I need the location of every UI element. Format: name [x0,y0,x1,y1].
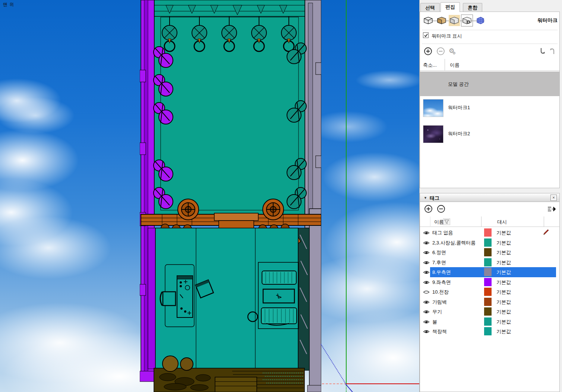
visibility-eye-icon[interactable] [423,270,430,276]
tag-name: 무기 [432,309,482,315]
tag-row[interactable]: 태그 없음기본값 [420,228,559,238]
tag-color-swatch[interactable] [484,228,492,237]
tab-mix[interactable]: 혼합 [463,3,482,12]
visibility-eye-icon[interactable] [423,309,430,316]
tag-row[interactable]: 2,3.사장실,콜렉터룸기본값 [420,238,559,248]
tag-name: 2,3.사장실,콜렉터룸 [432,240,482,246]
viewport-canvas[interactable]: 맨 위 [0,0,419,392]
tag-name: 7.후면 [432,259,482,266]
visibility-eye-icon[interactable] [423,260,430,266]
tag-row[interactable]: 무기기본값 [420,307,559,317]
model-top-view [140,0,321,392]
model-space-label: 모델 공간 [448,81,469,88]
tag-color-swatch[interactable] [484,288,492,296]
move-down-arrow-icon[interactable] [540,48,545,54]
tag-dash-value[interactable]: 기본값 [496,230,511,236]
collapse-caret-icon[interactable]: ▼ [424,196,427,200]
watermark-name: 워터마크2 [448,130,470,137]
tags-title: 태그 [430,195,439,202]
edge-settings-icon[interactable] [423,15,434,26]
add-watermark-button[interactable] [424,47,432,55]
edit-pencil-icon[interactable] [543,229,549,237]
column-name[interactable]: 이름 [450,62,460,69]
background-settings-icon[interactable] [449,15,460,26]
tag-dash-value[interactable]: 기본값 [496,299,511,306]
visibility-eye-icon[interactable] [423,319,430,326]
section-title: 워터마크 [537,17,558,24]
tag-row[interactable]: 책장책기본값 [420,326,559,336]
tag-name: 8.우측면 [432,269,482,276]
tab-select[interactable]: 선택 [420,3,440,12]
watermark-item[interactable]: 워터마크2 [420,124,559,150]
tag-dash-value[interactable]: 기본값 [496,269,511,276]
tag-color-swatch[interactable] [484,268,492,276]
tag-name: 태그 없음 [432,230,482,236]
tag-row[interactable]: 8.우측면기본값 [420,267,559,277]
tag-color-swatch[interactable] [484,248,492,256]
tag-row[interactable]: 불기본값 [420,317,559,327]
tags-panel-header[interactable]: ▼ 태그 × [420,193,559,202]
face-settings-icon[interactable] [436,15,447,26]
modeling-settings-icon[interactable] [475,15,486,26]
tag-color-swatch[interactable] [484,317,492,326]
tag-color-swatch[interactable] [484,278,492,286]
watermark-settings-icon[interactable] [461,15,473,26]
tag-dash-value[interactable]: 기본값 [496,289,511,295]
visibility-eye-icon[interactable] [423,240,430,247]
tag-dash-value[interactable]: 기본값 [496,309,511,315]
visibility-eye-icon[interactable] [423,230,430,237]
tag-name: 10.천장 [432,289,482,295]
tag-name: 책장책 [432,328,482,335]
column-tag-name[interactable]: 이름 [434,219,444,225]
tag-dash-value[interactable]: 기본값 [496,259,511,266]
tag-color-swatch[interactable] [484,327,492,335]
tag-row[interactable]: 6.정면기본값 [420,247,559,257]
show-watermark-label: 워터마크 표시 [432,33,462,39]
remove-tag-button[interactable] [437,205,445,213]
tag-row[interactable]: 10.천장기본값 [420,287,559,297]
watermark-thumbnail[interactable] [423,125,443,143]
tag-row[interactable]: 가림벽기본값 [420,297,559,307]
view-name-label: 맨 위 [3,1,14,8]
tag-name: 6.정면 [432,249,482,256]
tag-dash-value[interactable]: 기본값 [496,249,511,256]
tag-color-swatch[interactable] [484,238,492,247]
visibility-eye-closed-icon[interactable] [423,290,430,296]
watermark-settings-gear-icon[interactable]: ⚙⚙ [449,47,458,55]
tag-row[interactable]: 9.좌측면기본값 [420,277,559,287]
tags-panel: ▼ 태그 × 이름 대시 태그 없음기본값2,3.사장실,콜렉터룸기 [420,193,560,392]
tag-color-swatch[interactable] [484,258,492,266]
visibility-eye-icon[interactable] [423,280,430,286]
watermark-item[interactable]: 워터마크1 [420,98,559,124]
show-watermark-checkbox[interactable] [423,32,429,38]
tag-dash-value[interactable]: 기본값 [496,328,511,335]
tab-edit[interactable]: 편집 [441,2,460,12]
column-tag-dash[interactable]: 대시 [497,219,507,225]
watermark-name: 워터마크1 [448,104,470,111]
tag-color-swatch[interactable] [484,307,492,316]
tag-name: 가림벽 [432,299,482,306]
model-space-row[interactable]: 모델 공간 [420,72,559,96]
tag-name: 9.좌측면 [432,279,482,286]
visibility-eye-icon[interactable] [423,250,430,256]
axis-red [346,383,419,384]
close-icon[interactable]: × [550,195,557,201]
axis-blue-dotted [321,344,346,384]
tag-row[interactable]: 7.후면기본값 [420,257,559,268]
tag-color-swatch[interactable] [484,298,492,306]
tag-list-header: 이름 대시 [420,216,559,227]
tag-dash-value[interactable]: 기본값 [496,240,511,246]
tag-details-button[interactable] [547,206,556,212]
watermark-thumbnail[interactable] [423,99,443,117]
tag-dash-value[interactable]: 기본값 [496,279,511,286]
filter-funnel-icon[interactable] [443,218,450,225]
add-tag-button[interactable] [424,205,432,213]
watermark-list-header: 축소... 이름 [420,59,559,71]
visibility-eye-icon[interactable] [423,300,430,306]
app-window: 맨 위 [0,0,562,392]
tag-dash-value[interactable]: 기본값 [496,319,511,325]
remove-watermark-button[interactable] [437,47,445,55]
column-thumb[interactable]: 축소... [423,62,437,69]
visibility-eye-icon[interactable] [423,329,430,335]
move-up-arrow-icon[interactable] [550,48,555,54]
